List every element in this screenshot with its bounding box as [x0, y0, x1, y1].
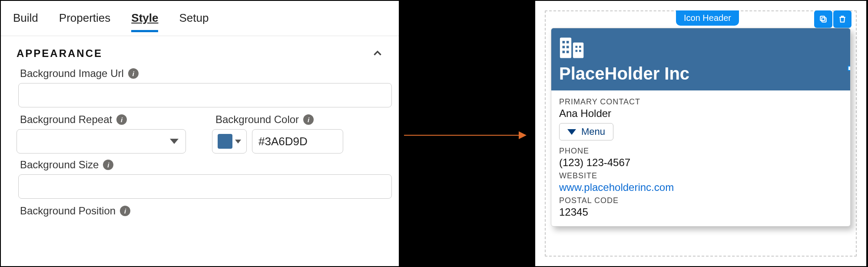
- phone-label: PHONE: [559, 147, 842, 156]
- copy-component-button[interactable]: [814, 10, 832, 28]
- svg-rect-0: [822, 18, 826, 22]
- postal-value: 12345: [559, 206, 842, 218]
- info-icon[interactable]: i: [120, 206, 130, 216]
- chevron-down-icon: [567, 129, 576, 135]
- svg-rect-9: [567, 51, 569, 53]
- svg-rect-8: [563, 51, 565, 53]
- primary-contact-label: PRIMARY CONTACT: [559, 97, 842, 107]
- delete-component-button[interactable]: [833, 10, 851, 28]
- svg-rect-2: [560, 38, 571, 58]
- bg-position-label: Background Position: [20, 205, 116, 217]
- bg-color-hex-input[interactable]: [252, 129, 343, 154]
- appearance-section: APPEARANCE Background Image Url i Backgr…: [1, 36, 399, 217]
- info-icon[interactable]: i: [116, 114, 127, 125]
- menu-button[interactable]: Menu: [559, 123, 613, 140]
- svg-rect-11: [579, 46, 581, 48]
- menu-button-label: Menu: [581, 126, 605, 137]
- tab-build[interactable]: Build: [13, 11, 38, 32]
- svg-rect-7: [567, 46, 569, 48]
- info-icon[interactable]: i: [303, 114, 314, 125]
- phone-value: (123) 123-4567: [559, 157, 842, 169]
- copy-icon: [819, 15, 828, 23]
- svg-rect-6: [563, 46, 565, 48]
- chevron-down-icon: [170, 139, 179, 144]
- tab-bar: Build Properties Style Setup: [1, 1, 399, 36]
- info-icon[interactable]: i: [128, 68, 139, 79]
- chevron-down-icon: [235, 140, 241, 144]
- bg-image-url-label: Background Image Url: [20, 67, 124, 80]
- info-icon[interactable]: i: [103, 160, 113, 170]
- style-config-panel: Build Properties Style Setup APPEARANCE …: [0, 0, 400, 267]
- chevron-up-icon[interactable]: [372, 48, 383, 59]
- bg-repeat-select[interactable]: [17, 129, 186, 154]
- card-title: PlaceHolder Inc: [559, 64, 842, 83]
- component-drop-zone: Icon Header PlaceHolder Inc: [545, 10, 857, 257]
- color-swatch-icon: [218, 134, 232, 149]
- bg-repeat-label: Background Repeat: [20, 113, 112, 126]
- building-icon: [559, 36, 585, 60]
- trash-icon: [838, 15, 847, 23]
- preview-panel: Icon Header PlaceHolder Inc: [534, 0, 867, 267]
- primary-contact-value: Ana Holder: [559, 107, 842, 120]
- icon-header-card[interactable]: PlaceHolder Inc PRIMARY CONTACT Ana Hold…: [551, 28, 851, 227]
- card-header: PlaceHolder Inc: [551, 28, 850, 90]
- card-body: PRIMARY CONTACT Ana Holder Menu PHONE (1…: [551, 90, 850, 226]
- website-label: WEBSITE: [559, 171, 842, 180]
- bg-color-label: Background Color: [215, 113, 299, 126]
- arrow-icon: [404, 135, 526, 136]
- svg-rect-10: [576, 46, 578, 48]
- tab-properties[interactable]: Properties: [59, 11, 111, 32]
- component-label-badge: Icon Header: [676, 10, 739, 26]
- svg-rect-4: [563, 41, 565, 43]
- svg-rect-5: [567, 41, 569, 43]
- bg-size-input[interactable]: [18, 174, 392, 199]
- website-link[interactable]: www.placeholderinc.com: [559, 181, 842, 194]
- svg-rect-13: [579, 50, 581, 52]
- svg-rect-12: [576, 50, 578, 52]
- bg-image-url-input[interactable]: [18, 83, 392, 107]
- tab-setup[interactable]: Setup: [179, 11, 209, 32]
- bg-color-swatch-picker[interactable]: [212, 129, 247, 154]
- svg-rect-1: [820, 16, 825, 20]
- resize-handle[interactable]: [848, 66, 851, 71]
- svg-rect-3: [573, 43, 583, 58]
- tab-style[interactable]: Style: [131, 11, 158, 32]
- appearance-title: APPEARANCE: [17, 47, 103, 60]
- postal-label: POSTAL CODE: [559, 196, 842, 205]
- bg-size-label: Background Size: [20, 159, 99, 171]
